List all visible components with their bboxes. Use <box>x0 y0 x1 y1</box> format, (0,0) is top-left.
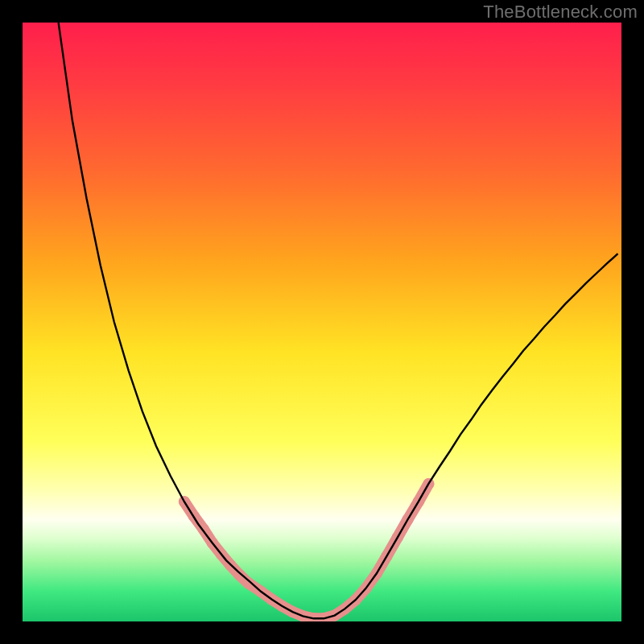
watermark-text: TheBottleneck.com <box>483 2 638 23</box>
bottleneck-curve <box>59 23 618 618</box>
plot-area <box>23 23 621 621</box>
marker-dot <box>233 569 245 580</box>
chart-frame: TheBottleneck.com <box>0 0 644 644</box>
curve-layer <box>23 23 621 621</box>
